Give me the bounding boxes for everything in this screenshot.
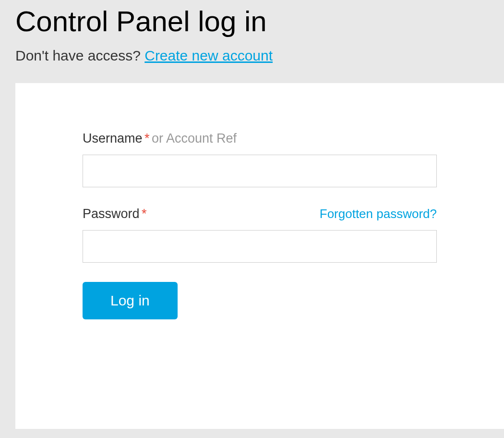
required-star-icon: * [144,131,150,146]
password-input[interactable] [83,230,437,263]
password-label: Password [83,207,140,221]
password-label-row: Password * Forgotten password? [83,207,437,221]
password-group: Password * Forgotten password? [83,207,437,263]
required-star-icon: * [142,207,147,221]
username-input[interactable] [83,155,437,187]
username-label: Username [83,131,143,146]
login-form-card: Username * or Account Ref Password * For… [15,83,504,429]
username-group: Username * or Account Ref [83,131,437,187]
username-label-row: Username * or Account Ref [83,131,437,146]
create-account-link[interactable]: Create new account [144,48,273,63]
subtitle: Don't have access? Create new account [15,48,489,64]
login-button[interactable]: Log in [83,282,178,319]
username-hint: or Account Ref [152,131,237,146]
forgotten-password-link[interactable]: Forgotten password? [320,207,437,221]
page-title: Control Panel log in [15,5,489,38]
subtitle-prefix: Don't have access? [15,48,144,63]
password-label-wrap: Password * [83,207,147,221]
username-label-wrap: Username * or Account Ref [83,131,237,146]
page-header: Control Panel log in Don't have access? … [0,0,504,83]
